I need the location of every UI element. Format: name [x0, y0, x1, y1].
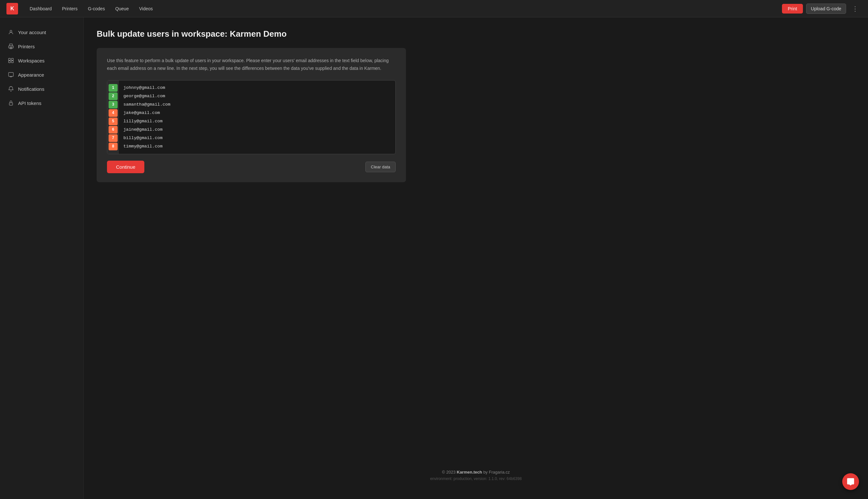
email-line-6: jaine@gmail.com	[123, 126, 391, 134]
footer-by: by Fragaria.cz	[483, 470, 510, 475]
appearance-icon	[8, 72, 14, 78]
nav-videos[interactable]: Videos	[135, 4, 157, 13]
svg-rect-7	[12, 61, 13, 63]
svg-rect-4	[9, 58, 11, 60]
chat-icon	[846, 477, 855, 486]
email-line-4: jake@gmail.com	[123, 109, 391, 117]
clear-data-button[interactable]: Clear data	[365, 162, 396, 172]
line-number-1: 1	[109, 84, 118, 92]
sidebar-label-printers: Printers	[18, 44, 35, 49]
sidebar-item-printers[interactable]: Printers	[0, 39, 83, 53]
card-description: Use this feature to perform a bulk updat…	[107, 57, 396, 72]
footer-brand: Karmen.tech	[457, 470, 482, 475]
svg-rect-1	[10, 44, 13, 46]
email-line-5: lilly@gmail.com	[123, 118, 391, 125]
footer: © 2023 Karmen.tech by Fragaria.cz enviro…	[97, 457, 855, 487]
user-icon	[8, 29, 14, 35]
nav-dashboard[interactable]: Dashboard	[26, 4, 56, 13]
footer-copyright: © 2023 Karmen.tech by Fragaria.cz	[97, 470, 855, 475]
app-logo[interactable]: K	[7, 3, 18, 14]
navbar: K Dashboard Printers G-codes Queue Video…	[0, 0, 868, 17]
sidebar-label-workspaces: Workspaces	[18, 58, 45, 63]
sidebar-label-notifications: Notifications	[18, 86, 45, 92]
sidebar-item-notifications[interactable]: Notifications	[0, 82, 83, 96]
bulk-update-card: Use this feature to perform a bulk updat…	[97, 48, 406, 182]
line-number-4: 4	[109, 109, 118, 117]
svg-rect-8	[9, 72, 13, 76]
email-line-8: timmy@gmail.com	[123, 143, 391, 150]
nav-queue[interactable]: Queue	[111, 4, 133, 13]
workspaces-icon	[8, 57, 14, 64]
chat-fab-button[interactable]	[842, 473, 859, 490]
email-line-2: george@gmail.com	[123, 93, 391, 100]
main-content: Bulk update users in workspace: Karmen D…	[84, 17, 868, 499]
line-numbers: 12345678	[107, 81, 119, 154]
more-options-button[interactable]: ⋮	[849, 3, 861, 14]
svg-rect-5	[12, 58, 13, 60]
sidebar-item-api-tokens[interactable]: API tokens	[0, 96, 83, 110]
line-number-6: 6	[109, 126, 118, 134]
sidebar: Your account Printers Workspaces Appeara…	[0, 17, 84, 499]
nav-printers[interactable]: Printers	[58, 4, 82, 13]
svg-rect-10	[9, 103, 13, 105]
app-layout: Your account Printers Workspaces Appeara…	[0, 17, 868, 499]
email-lines: johnny@gmail.comgeorge@gmail.comsamantha…	[119, 81, 395, 154]
sidebar-item-workspaces[interactable]: Workspaces	[0, 53, 83, 68]
svg-point-3	[12, 47, 13, 47]
email-line-3: samantha@gmail.com	[123, 101, 391, 109]
line-number-5: 5	[109, 118, 118, 125]
navbar-nav: Dashboard Printers G-codes Queue Videos	[26, 4, 782, 13]
email-line-1: johnny@gmail.com	[123, 84, 391, 92]
nav-gcodes[interactable]: G-codes	[84, 4, 109, 13]
email-line-7: billy@gmail.com	[123, 134, 391, 142]
svg-point-9	[11, 87, 11, 87]
line-number-8: 8	[109, 143, 118, 150]
footer-env: environment: production, version: 1.1.0,…	[97, 476, 855, 481]
lock-icon	[8, 100, 14, 106]
sidebar-label-api-tokens: API tokens	[18, 100, 41, 106]
sidebar-item-appearance[interactable]: Appearance	[0, 68, 83, 82]
card-actions: Continue Clear data	[107, 161, 396, 173]
svg-point-0	[10, 30, 12, 32]
line-number-2: 2	[109, 93, 118, 100]
page-title: Bulk update users in workspace: Karmen D…	[97, 29, 855, 39]
svg-rect-6	[9, 61, 11, 63]
sidebar-label-appearance: Appearance	[18, 72, 44, 77]
notifications-icon	[8, 86, 14, 92]
continue-button[interactable]: Continue	[107, 161, 144, 173]
sidebar-item-your-account[interactable]: Your account	[0, 25, 83, 39]
line-number-3: 3	[109, 101, 118, 109]
printer-icon	[8, 43, 14, 50]
email-editor[interactable]: 12345678 johnny@gmail.comgeorge@gmail.co…	[107, 80, 396, 154]
navbar-actions: Print Upload G-code ⋮	[782, 3, 861, 14]
line-number-7: 7	[109, 134, 118, 142]
upload-gcode-button[interactable]: Upload G-code	[806, 3, 846, 14]
sidebar-label-your-account: Your account	[18, 29, 46, 35]
print-button[interactable]: Print	[782, 4, 803, 13]
